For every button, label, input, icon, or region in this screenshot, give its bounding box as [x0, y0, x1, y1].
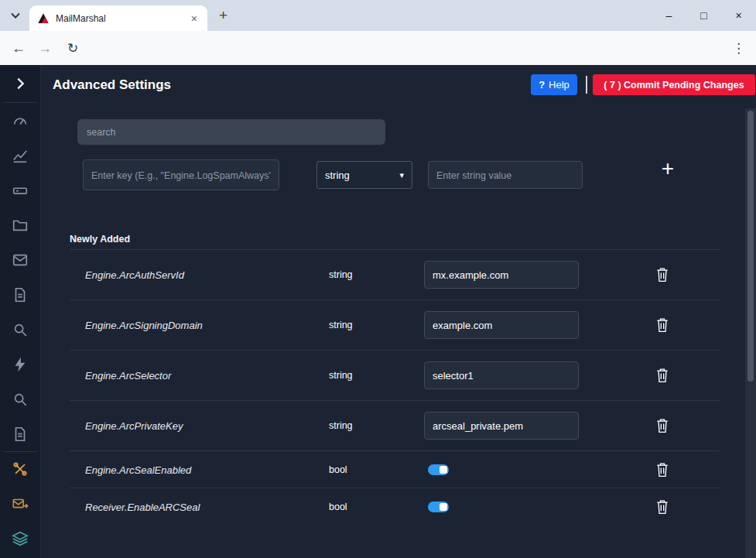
trash-icon: [655, 317, 670, 334]
header-divider: [586, 76, 587, 94]
scrollbar-thumb[interactable]: [747, 111, 754, 382]
table-row: Engine.ArcPrivateKey string: [70, 401, 720, 451]
layers-icon: [12, 530, 29, 547]
server-drive-icon: [12, 182, 29, 199]
sidebar-divider: [3, 451, 37, 452]
sidebar-expand-chevron-icon[interactable]: [12, 75, 29, 92]
folder-icon: [12, 217, 29, 234]
type-select-value: string: [325, 169, 350, 181]
sidebar-item-logs[interactable]: [12, 426, 29, 443]
browser-toolbar: ← → ↻ win-lmkm3l89tmn/advanced ☆: [0, 31, 756, 65]
trash-icon: [655, 367, 670, 384]
setting-key: Engine.ArcPrivateKey: [85, 420, 183, 432]
sidebar-item-server[interactable]: [12, 182, 29, 199]
sidebar: [0, 65, 41, 558]
type-select[interactable]: string ▾: [316, 161, 412, 189]
setting-value-input[interactable]: [424, 261, 579, 289]
chevron-down-icon: ▾: [399, 170, 404, 180]
commit-pending-changes-button[interactable]: ( 7 ) Commit Pending Changes: [593, 74, 755, 95]
tab-title: MailMarshal: [56, 13, 189, 24]
table-row: Engine.ArcAuthServId string: [70, 250, 720, 300]
key-input[interactable]: [83, 159, 279, 190]
setting-key: Engine.ArcSealEnabled: [85, 464, 191, 475]
sidebar-item-dashboard[interactable]: [12, 112, 29, 129]
maximize-button[interactable]: □: [686, 9, 721, 22]
document-icon: [12, 286, 29, 303]
delete-row-button[interactable]: [655, 317, 670, 334]
new-tab-button[interactable]: +: [219, 7, 227, 24]
page-title: Advanced Settings: [53, 77, 171, 93]
toggle-knob: [440, 503, 447, 511]
sidebar-item-policy[interactable]: [12, 286, 29, 303]
trash-icon: [655, 266, 670, 283]
toggle-knob: [440, 466, 447, 474]
document-icon: [12, 426, 29, 443]
delete-row-button[interactable]: [655, 461, 670, 478]
forward-button[interactable]: →: [34, 31, 56, 65]
search-icon: [12, 391, 29, 408]
setting-key: Engine.ArcAuthServId: [85, 269, 184, 281]
help-label: Help: [549, 79, 570, 91]
sidebar-item-tools[interactable]: [12, 460, 29, 478]
help-question-icon: ?: [539, 79, 545, 91]
table-row: Receiver.EnableARCSeal bool: [70, 488, 720, 525]
envelope-icon: [12, 252, 29, 269]
table-row: Engine.ArcSigningDomain string: [70, 300, 720, 351]
add-setting-button[interactable]: +: [658, 156, 678, 181]
sidebar-item-mail[interactable]: [12, 252, 29, 269]
setting-key: Engine.ArcSelector: [85, 370, 171, 382]
setting-type: string: [329, 420, 353, 431]
back-button[interactable]: ←: [8, 31, 29, 65]
minimize-button[interactable]: –: [652, 9, 686, 22]
sidebar-item-mail-export[interactable]: [12, 495, 29, 512]
mailmarshal-favicon: [37, 12, 50, 25]
search-input[interactable]: [77, 119, 385, 145]
setting-toggle[interactable]: [428, 464, 449, 475]
lightning-icon: [12, 356, 29, 373]
delete-row-button[interactable]: [655, 417, 670, 434]
browser-tab[interactable]: MailMarshal ×: [29, 5, 207, 31]
commit-label: ( 7 ) Commit Pending Changes: [604, 80, 744, 91]
setting-value-input[interactable]: [424, 361, 579, 389]
setting-type: bool: [329, 502, 347, 512]
help-button[interactable]: ? Help: [531, 74, 577, 95]
settings-list: Engine.ArcAuthServId string Engine.ArcSi…: [70, 250, 720, 525]
delete-row-button[interactable]: [655, 367, 670, 384]
setting-type: string: [329, 320, 353, 330]
setting-key: Engine.ArcSigningDomain: [85, 320, 203, 331]
trash-icon: [655, 498, 670, 515]
tab-search-chevron-icon[interactable]: [8, 9, 23, 22]
close-button[interactable]: ×: [721, 9, 756, 22]
value-input[interactable]: [428, 161, 583, 189]
scrollbar-track[interactable]: [745, 108, 756, 558]
reload-button[interactable]: ↻: [62, 31, 84, 65]
section-title: Newly Added: [70, 234, 130, 245]
sidebar-item-search[interactable]: [12, 321, 29, 338]
setting-key: Receiver.EnableARCSeal: [85, 501, 200, 512]
delete-row-button[interactable]: [655, 498, 670, 515]
table-row: Engine.ArcSealEnabled bool: [70, 451, 720, 488]
dashboard-gauge-icon: [12, 112, 29, 129]
app-page: Advanced Settings ? Help ( 7 ) Commit Pe…: [0, 65, 756, 558]
setting-value-input[interactable]: [424, 311, 579, 339]
mail-export-icon: [12, 495, 29, 512]
sidebar-item-folders[interactable]: [12, 217, 29, 234]
setting-toggle[interactable]: [428, 502, 449, 512]
sidebar-item-actions[interactable]: [12, 356, 29, 373]
sidebar-item-lookup[interactable]: [12, 391, 29, 408]
delete-row-button[interactable]: [655, 266, 670, 283]
tools-wrench-icon: [12, 460, 29, 478]
chart-line-icon: [12, 147, 29, 164]
trash-icon: [655, 461, 670, 478]
trash-icon: [655, 417, 670, 434]
browser-menu-icon[interactable]: ⋮: [732, 31, 745, 65]
table-row: Engine.ArcSelector string: [70, 351, 720, 401]
setting-type: bool: [329, 464, 347, 475]
tab-close-icon[interactable]: ×: [189, 12, 200, 25]
sidebar-item-reports[interactable]: [12, 147, 29, 164]
setting-type: string: [329, 370, 353, 381]
window-controls: – □ ×: [652, 0, 756, 31]
sidebar-item-layers[interactable]: [12, 530, 29, 547]
setting-value-input[interactable]: [424, 412, 579, 440]
tab-strip: MailMarshal × + – □ ×: [0, 0, 756, 31]
